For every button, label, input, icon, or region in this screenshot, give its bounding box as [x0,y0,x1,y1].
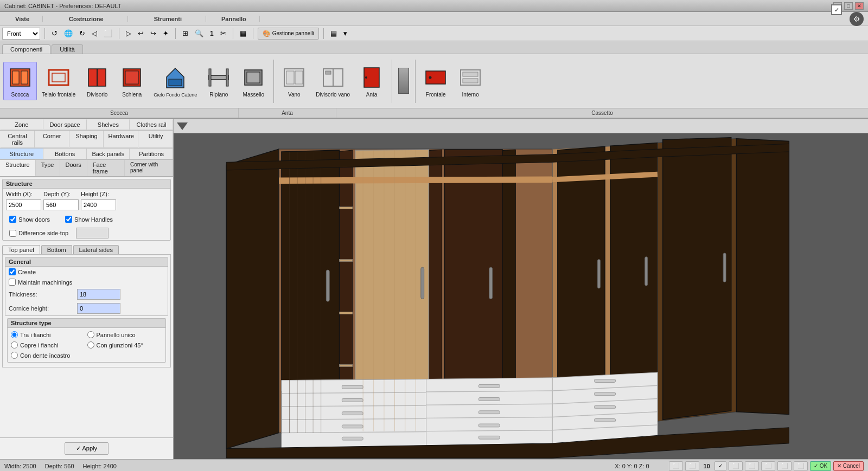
tab-top-panel[interactable]: Top panel [2,245,40,254]
nav-back-panels[interactable]: Back panels [87,149,130,159]
maximize-btn[interactable]: □ [844,2,853,10]
width-input[interactable] [6,199,41,210]
radio-tra-fianchi-input[interactable] [11,331,18,338]
show-handles-input[interactable] [65,216,72,223]
show-doors-checkbox[interactable]: Show doors [6,214,53,224]
radio-copre-fianchi-input[interactable] [11,341,18,349]
tab-type[interactable]: Type [36,160,60,176]
tab-corner-panel[interactable]: Corner with panel [125,160,173,176]
dropdown-triangle[interactable] [177,122,188,130]
nav-partitions[interactable]: Partitions [130,149,173,159]
nav-clothes-rail[interactable]: Clothes rail [130,119,173,130]
radio-pannello-unico[interactable]: Pannello unico [87,330,163,339]
extra1-btn[interactable]: ▤ [328,28,339,39]
radio-copre-fianchi[interactable]: Copre i fianchi [11,340,86,350]
ok-button[interactable]: ✓ OK [810,461,831,471]
nav-zone[interactable]: Zone [0,119,43,130]
comp-divisorio-vano[interactable]: Divisorio vano [312,62,354,100]
show-doors-input[interactable] [9,216,16,223]
tab-bottom[interactable]: Bottom [41,245,72,254]
comp-scocca[interactable]: Scocca [3,62,37,100]
checkbox-icon[interactable]: ✓ [831,4,842,15]
status-checkbox-1[interactable]: ✓ [714,461,726,471]
diff-side-top-checkbox[interactable]: Difference side-top [6,228,72,238]
nav-bottons[interactable]: Bottons [43,149,87,159]
close-btn[interactable]: ✕ [855,2,864,10]
refresh-btn[interactable]: ↻ [77,28,87,39]
comp-vano[interactable]: Vano [277,62,311,100]
comp-interno[interactable]: Interno [454,62,487,100]
rotate-left-btn[interactable]: ↺ [49,28,60,39]
utilita-tab[interactable]: Utilità [52,44,83,54]
radio-pannello-unico-input[interactable] [87,331,94,338]
maintain-machinings-checkbox[interactable]: Maintain machinings [5,277,168,287]
dimensions-row: Width (X): Depth (Y): Height (Z): [3,189,170,212]
apply-button[interactable]: ✓ Apply [65,442,108,455]
svg-rect-50 [342,385,363,389]
tool2-btn[interactable]: 🔍 [193,28,206,39]
comp-frontale[interactable]: Frontale [419,62,452,100]
build1-btn[interactable]: ▷ [124,28,133,39]
tool3-btn[interactable]: ✂ [218,28,228,39]
build3-btn[interactable]: ↪ [148,28,158,39]
comp-extra-line[interactable] [395,68,412,95]
diff-side-top-input[interactable] [9,230,16,237]
radio-con-giunzioni[interactable]: Con giunzioni 45° [87,340,163,350]
globe-btn[interactable]: 🌐 [62,28,75,39]
comp-massello[interactable]: Massello [237,62,270,100]
create-input[interactable] [9,268,16,275]
status-btn-1[interactable]: ⬜ [669,461,683,471]
comp-anta[interactable]: Anta [355,62,388,100]
status-btn-4[interactable]: ⬜ [745,461,759,471]
status-btn-5[interactable]: ⬜ [761,461,775,471]
nav-shaping[interactable]: Shaping [69,131,104,148]
depth-input[interactable] [43,199,79,210]
thickness-input[interactable] [77,289,120,300]
cornice-height-input[interactable] [77,303,120,314]
radio-con-dente-input[interactable] [11,352,18,359]
nav-structure[interactable]: Structure [0,149,43,159]
componenti-tab[interactable]: Componenti [2,44,50,54]
viewport-canvas[interactable] [174,133,868,459]
tab-doors[interactable]: Doors [60,160,87,176]
tab-lateral-sides[interactable]: Lateral sides [73,245,119,254]
comp-cielo[interactable]: Cielo Fondo Catene [150,62,201,100]
nav-door-space[interactable]: Door space [43,119,87,130]
maintain-machinings-input[interactable] [9,279,16,286]
nav-corner[interactable]: Corner [35,131,69,148]
status-btn-3[interactable]: ⬜ [729,461,743,471]
comp-divisorio[interactable]: Divisorio [80,62,114,100]
nav-hardware[interactable]: Hardware [104,131,138,148]
nav-shelves[interactable]: Shelves [87,119,130,130]
radio-con-giunzioni-input[interactable] [87,341,94,349]
status-btn-7[interactable]: ⬜ [794,461,808,471]
comp-ripiano[interactable]: Ripiano [202,62,235,100]
prev-btn[interactable]: ◁ [90,28,99,39]
show-handles-checkbox[interactable]: Show Handles [62,214,116,224]
radio-con-dente[interactable]: Con dente incastro [11,351,86,360]
tool1-btn[interactable]: ⊞ [180,28,190,39]
height-input[interactable] [81,199,116,210]
tab-face-frame[interactable]: Face frame [87,160,125,176]
view-dropdown[interactable]: Front [2,28,40,40]
nav-utility[interactable]: Utility [138,131,173,148]
create-label: Create [18,269,36,275]
extra2-btn[interactable]: ▾ [341,28,349,39]
gestione-pannelli-btn[interactable]: 🎨 Gestione pannelli [258,28,319,40]
difference-value-input[interactable] [76,228,108,238]
settings-icon[interactable]: ⚙ [850,12,864,26]
cancel-button[interactable]: ✕ Cancel [833,461,864,471]
comp-telaio[interactable]: Telaio frontale [38,62,79,100]
pannello-btn[interactable]: ▦ [238,28,248,39]
status-btn-6[interactable]: ⬜ [777,461,792,471]
nav-central-rails[interactable]: Central rails [0,131,35,148]
create-checkbox[interactable]: Create [5,267,168,277]
status-btn-2[interactable]: ⬜ [685,461,699,471]
build2-btn[interactable]: ↩ [136,28,146,39]
tab-structure[interactable]: Structure [0,160,36,176]
view3d-btn[interactable]: ⬜ [101,28,114,39]
radio-pannello-unico-label: Pannello unico [97,332,136,338]
radio-tra-fianchi[interactable]: Tra i fianchi [11,330,86,339]
build4-btn[interactable]: ✦ [161,28,171,39]
comp-schiena[interactable]: Schiena [115,62,149,100]
